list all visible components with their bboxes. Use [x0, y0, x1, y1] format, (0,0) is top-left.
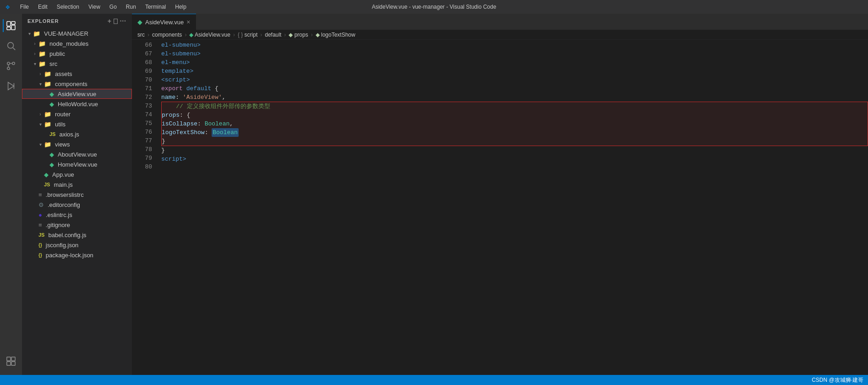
tree-item--eslintrc-js[interactable]: ●.eslintrc.js	[22, 210, 132, 220]
activity-bar	[0, 14, 22, 375]
folder-icon: 📁	[44, 121, 51, 128]
js-icon: JS	[49, 131, 55, 137]
tree-item-app-vue[interactable]: ◆App.vue	[22, 169, 132, 179]
tree-item-node-modules[interactable]: ›📁node_modules	[22, 38, 132, 49]
source-control-activity-icon[interactable]	[3, 58, 19, 74]
code-content[interactable]: el-submenu> el-submenu> el-menu>template…	[156, 40, 868, 375]
code-line-67: el-submenu>	[161, 49, 868, 58]
line-number-71: 71	[132, 84, 152, 93]
new-file-icon[interactable]: +	[108, 17, 112, 25]
title-bar-left: ❖ FileEditSelectionViewGoRunTerminalHelp	[5, 2, 190, 11]
svg-line-5	[13, 48, 15, 50]
sidebar-header: EXPLORER + ⎕ ⋯	[22, 14, 132, 28]
menu-item-run[interactable]: Run	[122, 3, 140, 11]
run-activity-icon[interactable]	[3, 78, 19, 94]
tree-item-router[interactable]: ›📁router	[22, 109, 132, 119]
breadcrumb-item-3[interactable]: { } script	[238, 32, 257, 38]
breadcrumb-item-5[interactable]: ◆ props	[289, 32, 308, 38]
menu-item-edit[interactable]: Edit	[34, 3, 51, 11]
main-layout: EXPLORER + ⎕ ⋯ ▾📁VUE-MANAGER›📁node_modul…	[0, 14, 868, 375]
tree-item-utils[interactable]: ▾📁utils	[22, 119, 132, 129]
tree-item-package-lock-json[interactable]: {}package-lock.json	[22, 250, 132, 260]
tree-item-aboutview-vue[interactable]: ◆AboutView.vue	[22, 149, 132, 159]
menu-item-terminal[interactable]: Terminal	[142, 3, 169, 11]
code-line-74: props: {	[161, 111, 868, 119]
extensions-activity-icon[interactable]	[3, 353, 19, 369]
tree-item-main-js[interactable]: JSmain.js	[22, 179, 132, 190]
tree-arrow: ›	[31, 41, 38, 46]
tree-item-label: HomeView.vue	[58, 161, 97, 168]
tree-item-asideview-vue[interactable]: ◆AsideView.vue	[22, 89, 132, 99]
breadcrumb-item-1[interactable]: components	[152, 32, 182, 38]
code-line-66: el-submenu>	[161, 41, 868, 49]
svg-point-6	[7, 62, 10, 65]
folder-icon: 📁	[38, 40, 46, 47]
tree-item-label: axios.js	[59, 131, 79, 138]
code-line-70: <script>	[161, 76, 868, 84]
tree-item-babel-config-js[interactable]: JSbabel.config.js	[22, 230, 132, 240]
menu-item-selection[interactable]: Selection	[53, 3, 83, 11]
svg-point-4	[8, 43, 14, 49]
breadcrumb-item-6[interactable]: ◆ logoTextShow	[316, 32, 355, 38]
menu-item-view[interactable]: View	[85, 3, 104, 11]
tree-item-vue-manager[interactable]: ▾📁VUE-MANAGER	[22, 28, 132, 38]
tree-item-axios-js[interactable]: JSaxios.js	[22, 129, 132, 139]
editor-area: ◆ AsideView.vue × src›components›◆ Aside…	[132, 14, 868, 375]
tree-item--editorconfig[interactable]: ⚙.editorconfig	[22, 200, 132, 210]
menu-item-file[interactable]: File	[16, 3, 33, 11]
tree-item-helloworld-vue[interactable]: ◆HelloWorld.vue	[22, 99, 132, 109]
vue-icon: ◆	[49, 151, 54, 158]
tree-item-homeview-vue[interactable]: ◆HomeView.vue	[22, 159, 132, 169]
menu-item-help[interactable]: Help	[171, 3, 190, 11]
tree-item-label: components	[55, 81, 87, 87]
tree-item-public[interactable]: ›📁public	[22, 49, 132, 59]
breadcrumb-separator-5: ›	[311, 32, 313, 38]
tree-arrow: ▾	[26, 31, 33, 36]
tree-item-src[interactable]: ▾📁src	[22, 59, 132, 69]
sidebar-title: EXPLORER	[27, 18, 59, 24]
tree-arrow: ▾	[37, 122, 44, 127]
breadcrumb-separator-2: ›	[233, 32, 235, 38]
active-tab[interactable]: ◆ AsideView.vue ×	[132, 14, 196, 30]
tree-item-assets[interactable]: ›📁assets	[22, 69, 132, 79]
line-number-69: 69	[132, 67, 152, 76]
breadcrumb-item-0[interactable]: src	[137, 32, 145, 38]
menu-item-go[interactable]: Go	[106, 3, 120, 11]
more-options-icon[interactable]: ⋯	[120, 17, 126, 25]
code-line-78: }	[161, 146, 868, 155]
tree-item-label: package-lock.json	[46, 252, 93, 259]
code-line-75: isCollapse: Boolean,	[161, 119, 868, 128]
line-number-79: 79	[132, 154, 152, 163]
line-number-67: 67	[132, 49, 152, 58]
tree-item--browserslistrc[interactable]: ≡.browserslistrc	[22, 190, 132, 200]
svg-rect-12	[11, 357, 15, 361]
tree-item-views[interactable]: ▾📁views	[22, 139, 132, 149]
new-folder-icon[interactable]: ⎕	[114, 17, 118, 25]
tree-item-label: public	[49, 50, 65, 57]
explorer-activity-icon[interactable]	[3, 17, 19, 34]
tree-item-jsconfig-json[interactable]: {}jsconfig.json	[22, 240, 132, 250]
window-title: AsideView.vue - vue-manager - Visual Stu…	[372, 4, 497, 10]
line-numbers: 666768697071727374757677787980	[132, 40, 156, 375]
vue-icon: ◆	[49, 161, 54, 168]
tree-item-label: src	[49, 60, 57, 67]
code-line-69: template>	[161, 67, 868, 76]
title-bar: ❖ FileEditSelectionViewGoRunTerminalHelp…	[0, 0, 868, 14]
tab-vue-icon: ◆	[137, 18, 142, 26]
breadcrumb-separator-0: ›	[147, 32, 149, 38]
tree-item--gitignore[interactable]: ≡.gitignore	[22, 220, 132, 230]
line-number-76: 76	[132, 128, 152, 136]
breadcrumb-item-4[interactable]: default	[265, 32, 281, 38]
folder-icon: 📁	[38, 60, 46, 67]
tree-arrow: ›	[37, 71, 44, 76]
tree-item-label: .gitignore	[46, 222, 70, 228]
code-line-68: el-menu>	[161, 58, 868, 67]
tab-close-button[interactable]: ×	[186, 18, 190, 26]
code-editor: 666768697071727374757677787980 el-submen…	[132, 40, 868, 375]
breadcrumb-item-2[interactable]: ◆ AsideView.vue	[189, 32, 230, 38]
tree-item-label: babel.config.js	[48, 232, 86, 239]
search-activity-icon[interactable]	[3, 38, 19, 54]
tree-item-label: main.js	[54, 181, 72, 188]
tree-item-components[interactable]: ▾📁components	[22, 79, 132, 89]
tree-item-label: jsconfig.json	[46, 242, 79, 249]
